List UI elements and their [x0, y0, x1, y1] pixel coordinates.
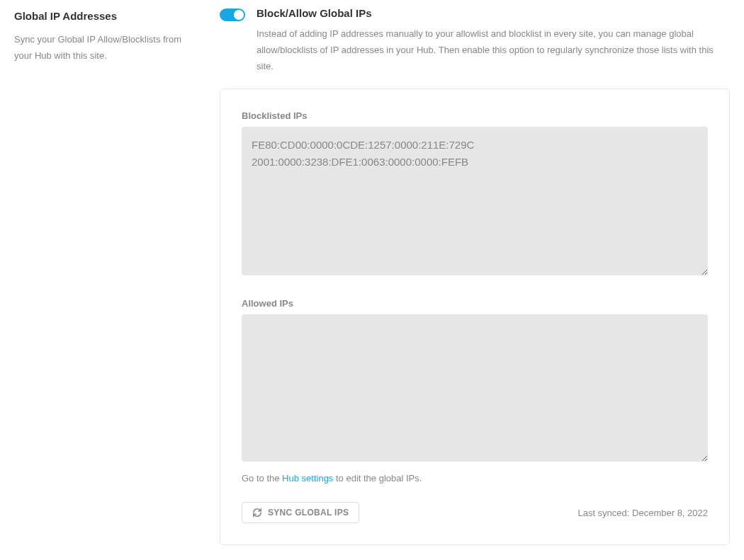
hub-suffix: to edit the global IPs.	[333, 473, 422, 484]
blocklisted-ips-textarea[interactable]	[242, 127, 708, 275]
sidebar-description: Sync your Global IP Allow/Blocklists fro…	[14, 32, 198, 64]
main-content: Block/Allow Global IPs Instead of adding…	[220, 7, 730, 545]
last-synced-date: December 8, 2022	[632, 508, 708, 518]
hub-prefix: Go to the	[242, 473, 282, 484]
allowed-label: Allowed IPs	[242, 298, 708, 309]
sidebar-title: Global IP Addresses	[14, 10, 198, 22]
hub-settings-text: Go to the Hub settings to edit the globa…	[242, 473, 708, 484]
sync-button-label: SYNC GLOBAL IPS	[268, 508, 349, 518]
toggle-knob	[234, 10, 244, 20]
settings-card: Blocklisted IPs Allowed IPs Go to the Hu…	[220, 88, 730, 545]
refresh-icon	[252, 508, 262, 518]
hub-settings-link[interactable]: Hub settings	[282, 473, 333, 484]
last-synced-text: Last synced: December 8, 2022	[577, 508, 708, 518]
sidebar: Global IP Addresses Sync your Global IP …	[14, 7, 198, 545]
section-title: Block/Allow Global IPs	[257, 7, 730, 19]
last-synced-prefix: Last synced:	[577, 508, 632, 518]
section-description: Instead of adding IP addresses manually …	[257, 26, 730, 74]
allowed-ips-textarea[interactable]	[242, 314, 708, 462]
sync-global-ips-button[interactable]: SYNC GLOBAL IPS	[242, 502, 359, 523]
block-allow-toggle[interactable]	[220, 8, 245, 21]
blocklisted-label: Blocklisted IPs	[242, 110, 708, 121]
